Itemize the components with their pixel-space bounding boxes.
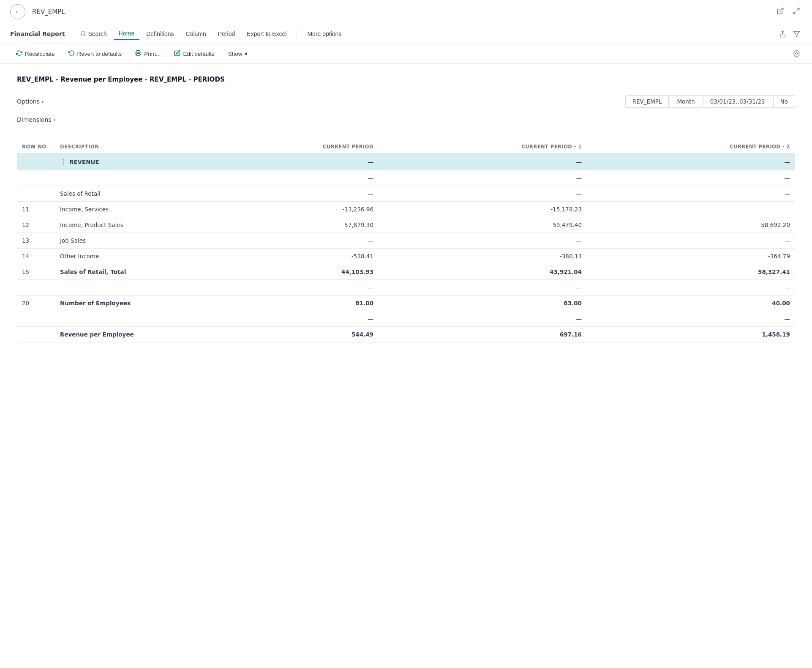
cell-rowno: 11 [17, 202, 55, 217]
print-button[interactable]: Print... [129, 47, 166, 60]
cell-period2: — [587, 170, 795, 186]
cell-rowno: 13 [17, 233, 55, 249]
cell-period0: — [199, 233, 379, 249]
drag-handle-icon[interactable]: ⋮ [60, 158, 67, 166]
share-button[interactable] [777, 29, 788, 39]
cell-rowno [17, 186, 55, 202]
recalculate-button[interactable]: Recalculate [10, 47, 61, 60]
dimensions-toggle[interactable]: Dimensions › [17, 116, 795, 123]
options-toggle[interactable]: Options › [17, 98, 44, 105]
svg-point-8 [796, 52, 797, 54]
cell-rowno [17, 280, 55, 296]
cell-rowno [17, 153, 55, 170]
cell-period2: — [587, 233, 795, 249]
cell-period2: 1,458.19 [587, 327, 795, 342]
report-table: Row No. Description CURRENT PERIOD CURRE… [17, 140, 795, 342]
export-menu-item[interactable]: Export to Excel [242, 28, 292, 40]
chevron-down-icon: ▾ [245, 50, 248, 57]
svg-line-4 [84, 34, 86, 36]
svg-rect-7 [137, 54, 140, 56]
col-header-period2: CURRENT PERIOD - 2 [587, 140, 795, 153]
column-menu-item[interactable]: Column [181, 28, 211, 40]
cell-rowno [17, 311, 55, 327]
cell-period2: — [587, 153, 795, 170]
cell-period2: — [587, 311, 795, 327]
search-label: Search [88, 30, 106, 37]
recalculate-label: Recalculate [25, 51, 55, 57]
cell-period0: 44,103.93 [199, 264, 379, 280]
cell-period0: — [199, 153, 379, 170]
options-label-text: Options [17, 98, 40, 105]
cell-period0: — [199, 311, 379, 327]
cell-period1: — [379, 311, 587, 327]
cell-period2: — [587, 202, 795, 217]
dimensions-chevron: › [53, 116, 56, 123]
chip-date-range[interactable]: 03/01/23..03/31/23 [703, 95, 772, 108]
top-bar: ← REV_EMPL [0, 0, 812, 24]
report-label: Financial Report [10, 30, 70, 37]
cell-period0: 544.49 [199, 327, 379, 342]
revert-label: Revert to defaults [77, 51, 122, 57]
app-title: REV_EMPL [32, 8, 768, 16]
edit-button[interactable]: Edit defaults [168, 47, 220, 60]
search-menu-item[interactable]: Search [75, 28, 112, 40]
edit-label: Edit defaults [183, 51, 214, 57]
show-button[interactable]: Show ▾ [222, 48, 254, 60]
print-label: Print... [144, 51, 161, 57]
chip-month[interactable]: Month [670, 95, 702, 108]
home-label: Home [119, 30, 134, 37]
filter-button[interactable] [791, 29, 802, 39]
revert-button[interactable]: Revert to defaults [63, 47, 128, 60]
home-menu-item[interactable]: Home [114, 27, 139, 40]
external-link-button[interactable] [775, 5, 786, 18]
cell-desc: Income, Product Sales [55, 217, 199, 233]
edit-icon [174, 50, 180, 57]
cell-desc: Number of Employees [55, 296, 199, 311]
revert-icon [68, 50, 75, 57]
cell-period1: 697.16 [379, 327, 587, 342]
menu-separator [297, 30, 297, 38]
more-options-menu-item[interactable]: More options [302, 28, 346, 40]
period-label: Period [218, 30, 235, 37]
cell-period0: 57,879.30 [199, 217, 379, 233]
cell-desc [55, 280, 199, 296]
cell-rowno: 14 [17, 249, 55, 264]
cell-period1: — [379, 233, 587, 249]
cell-period1: — [379, 186, 587, 202]
recalculate-icon [16, 50, 22, 57]
table-row: ——— [17, 280, 795, 296]
table-row: Revenue per Employee544.49697.161,458.19 [17, 327, 795, 342]
cell-rowno: 20 [17, 296, 55, 311]
cell-period0: — [199, 280, 379, 296]
cell-desc: Income, Services [55, 202, 199, 217]
cell-period1: — [379, 153, 587, 170]
definitions-menu-item[interactable]: Definitions [141, 28, 179, 40]
cell-desc: ⋮REVENUE [55, 153, 199, 170]
column-label: Column [186, 30, 206, 37]
period-menu-item[interactable]: Period [213, 28, 240, 40]
chip-no[interactable]: No [773, 95, 795, 108]
cell-rowno: 12 [17, 217, 55, 233]
cell-period1: -380.13 [379, 249, 587, 264]
menu-right [777, 29, 802, 39]
menu-bar: Financial Report Search Home Definitions… [0, 24, 812, 44]
col-header-period1: CURRENT PERIOD - 1 [379, 140, 587, 153]
cell-period0: 81.00 [199, 296, 379, 311]
table-header-row: Row No. Description CURRENT PERIOD CURRE… [17, 140, 795, 153]
cell-period0: -538.41 [199, 249, 379, 264]
table-row: ⋮REVENUE——— [17, 153, 795, 170]
cell-period1: 43,921.04 [379, 264, 587, 280]
action-bar-right [791, 49, 802, 59]
cell-period2: 58,327.41 [587, 264, 795, 280]
chip-rev-empl[interactable]: REV_EMPL [625, 95, 669, 108]
expand-button[interactable] [791, 5, 802, 18]
dimensions-label-text: Dimensions [17, 116, 52, 123]
col-header-rowno: Row No. [17, 140, 55, 153]
pin-button[interactable] [791, 49, 802, 59]
definitions-label: Definitions [146, 30, 174, 37]
back-button[interactable]: ← [10, 4, 25, 19]
cell-desc [55, 311, 199, 327]
cell-period2: — [587, 186, 795, 202]
expand-icon [793, 7, 800, 16]
page-title: REV_EMPL - Revenue per Employee - REV_EM… [17, 76, 795, 83]
